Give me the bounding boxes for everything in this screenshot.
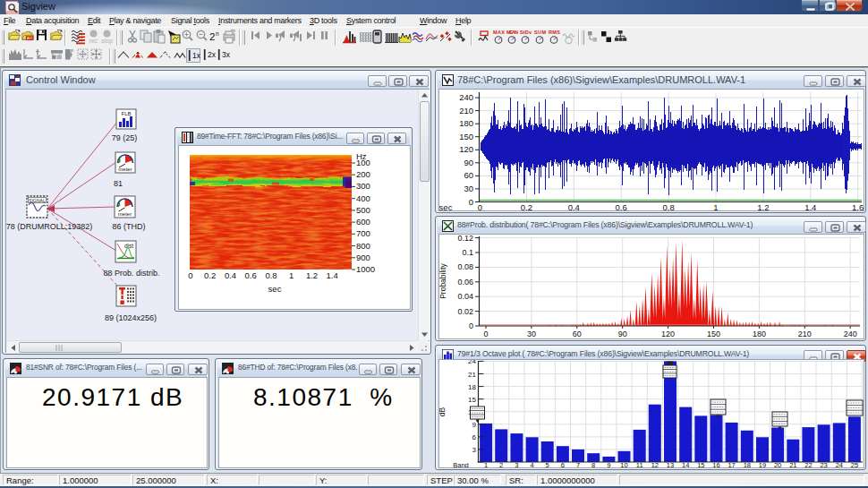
svg-text:240: 240: [844, 330, 857, 338]
svg-text:79 (25): 79 (25): [112, 133, 138, 142]
svg-text:15: 15: [697, 461, 704, 469]
svg-text:12: 12: [651, 461, 659, 469]
svg-text:24: 24: [836, 461, 843, 469]
svg-text:900: 900: [356, 253, 370, 262]
svg-text:Band: Band: [453, 461, 469, 469]
svg-text:rec: rec: [89, 38, 98, 44]
svg-text:180: 180: [753, 330, 766, 338]
svg-text:2: 2: [209, 31, 215, 42]
svg-text:1: 1: [484, 461, 488, 469]
svg-text:90: 90: [618, 330, 627, 338]
svg-text:meter: meter: [118, 167, 132, 172]
svg-text:SUM: SUM: [534, 30, 546, 35]
svg-text:600: 600: [356, 217, 370, 227]
svg-text:8: 8: [591, 461, 595, 469]
svg-text:23: 23: [820, 461, 827, 469]
svg-text:1.2: 1.2: [757, 202, 769, 212]
svg-text:1000: 1000: [356, 264, 375, 274]
svg-text:AVI: AVI: [27, 36, 32, 40]
svg-text:stop: stop: [101, 38, 113, 45]
svg-text:1.4: 1.4: [804, 202, 816, 212]
svg-text:3: 3: [472, 446, 477, 454]
svg-text:81: 81: [114, 179, 123, 188]
svg-text:RMS: RMS: [549, 30, 560, 35]
svg-text:18: 18: [468, 383, 476, 391]
svg-text:210: 210: [459, 106, 473, 116]
svg-text:10: 10: [620, 461, 627, 469]
svg-text:0.2: 0.2: [204, 270, 216, 280]
svg-text:700: 700: [356, 228, 370, 238]
svg-text:15: 15: [468, 396, 476, 404]
svg-text:30: 30: [527, 330, 536, 338]
svg-text:Probability: Probability: [439, 262, 447, 298]
svg-text:210: 210: [798, 330, 812, 338]
svg-text:MAX: MAX: [493, 30, 505, 35]
svg-text:200: 200: [356, 169, 370, 179]
svg-text:0.2: 0.2: [521, 202, 532, 212]
svg-text:5: 5: [546, 461, 549, 469]
svg-text:25: 25: [851, 461, 858, 469]
svg-text:22: 22: [804, 461, 812, 469]
svg-text:0.8: 0.8: [662, 202, 674, 212]
svg-text:0: 0: [188, 270, 192, 280]
svg-text:sec: sec: [268, 284, 282, 294]
svg-text:meter: meter: [118, 211, 132, 217]
svg-text:300: 300: [356, 181, 370, 191]
svg-text:88 Prob. distrib.: 88 Prob. distrib.: [103, 269, 159, 278]
svg-text:89 (1024x256): 89 (1024x256): [105, 313, 157, 322]
svg-text:StDv: StDv: [520, 30, 532, 35]
svg-text:60: 60: [464, 170, 473, 180]
svg-text:0.06: 0.06: [457, 278, 473, 287]
svg-text:0.02: 0.02: [457, 307, 473, 316]
svg-text:86 (THD): 86 (THD): [112, 222, 145, 231]
svg-text:6: 6: [472, 433, 477, 441]
svg-text:sec: sec: [439, 202, 453, 212]
svg-text:240: 240: [459, 92, 473, 102]
svg-text:150: 150: [459, 132, 473, 141]
svg-text:9: 9: [607, 461, 610, 469]
svg-text:0.4: 0.4: [225, 270, 236, 280]
svg-text:0.6: 0.6: [245, 270, 257, 280]
svg-text:FLB: FLB: [121, 111, 131, 116]
svg-text:400: 400: [356, 193, 370, 203]
svg-text:1: 1: [289, 270, 294, 280]
svg-text:0: 0: [478, 202, 482, 212]
svg-text:180: 180: [459, 118, 473, 128]
svg-text:0.6: 0.6: [616, 202, 627, 212]
svg-text:1.2: 1.2: [306, 270, 318, 280]
svg-text:17: 17: [728, 461, 735, 469]
svg-text:0.12: 0.12: [457, 235, 473, 243]
svg-text:0.1: 0.1: [462, 248, 473, 257]
svg-text:2: 2: [499, 461, 503, 469]
svg-text:24: 24: [468, 360, 476, 365]
svg-text:21: 21: [468, 371, 476, 379]
svg-text:0: 0: [469, 321, 473, 330]
svg-text:0.08: 0.08: [457, 262, 473, 271]
svg-text:0.04: 0.04: [457, 292, 473, 301]
svg-text:7: 7: [576, 461, 580, 469]
svg-text:78 (DRUMROLL;19382): 78 (DRUMROLL;19382): [6, 222, 92, 231]
svg-text:120: 120: [661, 330, 675, 338]
svg-text:6: 6: [561, 461, 565, 469]
svg-text:19: 19: [759, 461, 766, 469]
svg-text:21: 21: [789, 461, 796, 469]
svg-text:0: 0: [483, 330, 488, 338]
svg-text:16: 16: [712, 461, 719, 469]
svg-text:1.6: 1.6: [852, 202, 864, 212]
svg-text:30: 30: [464, 184, 473, 193]
svg-text:18: 18: [744, 461, 751, 469]
svg-text:14: 14: [682, 461, 689, 469]
svg-text:13: 13: [667, 461, 674, 469]
svg-text:90: 90: [464, 158, 473, 167]
svg-text:n: n: [216, 30, 219, 37]
svg-text:0.8: 0.8: [265, 270, 277, 280]
svg-text:60: 60: [573, 330, 582, 338]
svg-text:0: 0: [469, 197, 473, 207]
svg-text:150: 150: [707, 330, 720, 338]
svg-text:1: 1: [713, 202, 718, 212]
svg-text:3: 3: [515, 461, 518, 469]
svg-text:MEAN: MEAN: [506, 30, 518, 35]
svg-text:20: 20: [774, 461, 781, 469]
svg-text:120: 120: [459, 144, 473, 154]
svg-text:SIGNAL: SIGNAL: [29, 198, 46, 203]
